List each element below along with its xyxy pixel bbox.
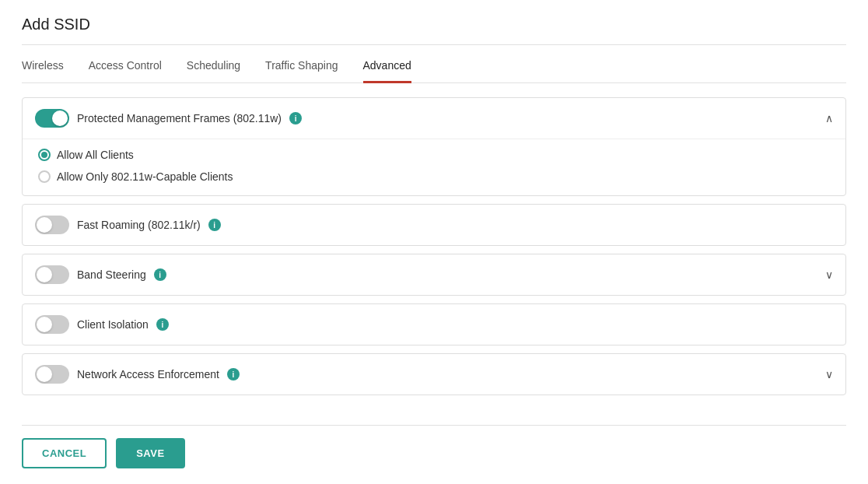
section-header-left-client-isolation: Client Isolationi xyxy=(35,315,169,334)
radio-group-pmf: Allow All ClientsAllow Only 802.11w-Capa… xyxy=(38,149,830,183)
radio-item-allow-capable[interactable]: Allow Only 802.11w-Capable Clients xyxy=(38,170,830,183)
save-button[interactable]: SAVE xyxy=(116,438,184,468)
footer: CANCEL SAVE xyxy=(22,425,846,468)
section-network-access: Network Access Enforcementi∨ xyxy=(22,353,846,395)
info-icon-pmf[interactable]: i xyxy=(289,112,302,125)
sections-container: Protected Management Frames (802.11w)i∧A… xyxy=(22,97,846,425)
section-body-pmf: Allow All ClientsAllow Only 802.11w-Capa… xyxy=(23,139,845,195)
toggle-band-steering[interactable] xyxy=(35,265,69,284)
chevron-icon-network-access: ∨ xyxy=(825,368,833,381)
toggle-knob-band-steering xyxy=(37,267,52,282)
radio-label-allow-capable: Allow Only 802.11w-Capable Clients xyxy=(57,170,233,183)
section-client-isolation: Client Isolationi xyxy=(22,303,846,345)
page-title: Add SSID xyxy=(22,16,846,45)
toggle-client-isolation[interactable] xyxy=(35,315,69,334)
radio-item-allow-all[interactable]: Allow All Clients xyxy=(38,149,830,161)
section-label-client-isolation: Client Isolation xyxy=(77,318,149,331)
cancel-button[interactable]: CANCEL xyxy=(22,438,107,468)
radio-label-allow-all: Allow All Clients xyxy=(57,149,134,161)
toggle-fast-roaming[interactable] xyxy=(35,216,69,234)
section-label-pmf: Protected Management Frames (802.11w) xyxy=(77,112,282,125)
section-header-left-pmf: Protected Management Frames (802.11w)i xyxy=(35,109,302,128)
tab-nav: WirelessAccess ControlSchedulingTraffic … xyxy=(22,45,846,83)
tab-wireless[interactable]: Wireless xyxy=(22,59,64,83)
toggle-knob-pmf xyxy=(52,110,68,126)
radio-circle-allow-capable xyxy=(38,170,51,183)
section-header-client-isolation[interactable]: Client Isolationi xyxy=(23,304,845,345)
section-label-network-access: Network Access Enforcement xyxy=(77,368,219,381)
section-header-fast-roaming[interactable]: Fast Roaming (802.11k/r)i xyxy=(23,205,845,245)
radio-dot-allow-all xyxy=(41,152,47,158)
info-icon-network-access[interactable]: i xyxy=(227,368,240,381)
toggle-pmf[interactable] xyxy=(35,109,69,128)
section-pmf: Protected Management Frames (802.11w)i∧A… xyxy=(22,97,846,196)
info-icon-client-isolation[interactable]: i xyxy=(156,318,169,331)
info-icon-band-steering[interactable]: i xyxy=(154,268,166,281)
section-header-pmf[interactable]: Protected Management Frames (802.11w)i∧ xyxy=(23,98,845,139)
tab-scheduling[interactable]: Scheduling xyxy=(187,59,240,83)
section-band-steering: Band Steeringi∨ xyxy=(22,254,846,296)
section-header-left-band-steering: Band Steeringi xyxy=(35,265,166,284)
tab-advanced[interactable]: Advanced xyxy=(363,59,411,83)
page: Add SSID WirelessAccess ControlSchedulin… xyxy=(0,0,868,484)
toggle-knob-fast-roaming xyxy=(37,217,52,233)
section-header-network-access[interactable]: Network Access Enforcementi∨ xyxy=(23,354,845,395)
section-fast-roaming: Fast Roaming (802.11k/r)i xyxy=(22,204,846,246)
tab-access-control[interactable]: Access Control xyxy=(89,59,162,83)
section-header-left-network-access: Network Access Enforcementi xyxy=(35,365,240,384)
radio-circle-allow-all xyxy=(38,149,51,161)
section-header-band-steering[interactable]: Band Steeringi∨ xyxy=(23,254,845,295)
toggle-knob-client-isolation xyxy=(37,317,52,332)
chevron-icon-band-steering: ∨ xyxy=(825,268,833,281)
section-label-band-steering: Band Steering xyxy=(77,268,146,281)
tab-traffic-shaping[interactable]: Traffic Shaping xyxy=(265,59,338,83)
chevron-icon-pmf: ∧ xyxy=(825,112,833,125)
info-icon-fast-roaming[interactable]: i xyxy=(208,219,221,231)
toggle-knob-network-access xyxy=(37,367,52,382)
section-label-fast-roaming: Fast Roaming (802.11k/r) xyxy=(77,219,201,231)
section-header-left-fast-roaming: Fast Roaming (802.11k/r)i xyxy=(35,216,221,234)
toggle-network-access[interactable] xyxy=(35,365,69,384)
